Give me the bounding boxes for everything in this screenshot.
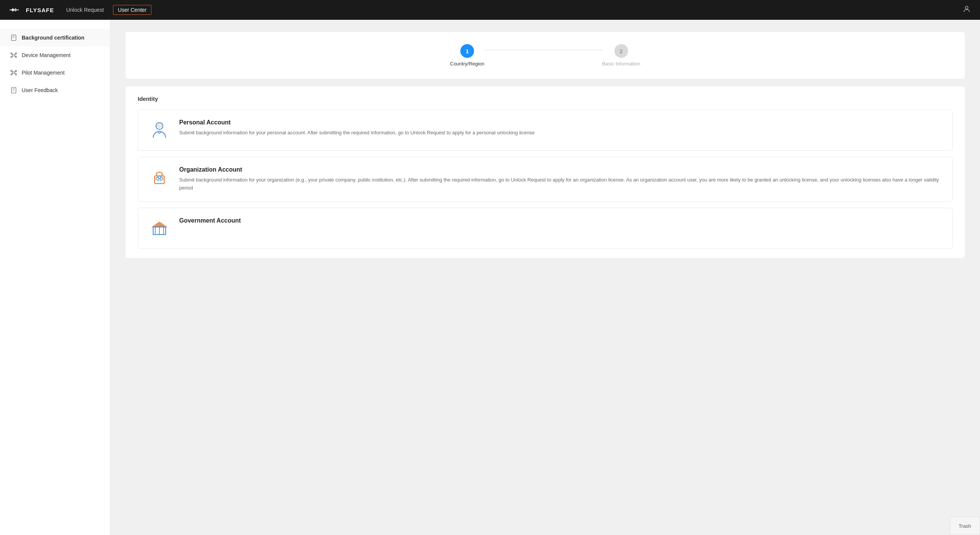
sidebar-label-device: Device Management [22, 52, 70, 58]
svg-point-8 [15, 56, 17, 58]
drone-icon [10, 52, 17, 59]
stepper-container: 1 Country/Region 2 Basic Information [126, 32, 965, 79]
svg-point-29 [159, 180, 160, 181]
user-avatar-icon[interactable] [963, 5, 971, 15]
nav-unlock-request[interactable]: Unlock Request [66, 5, 104, 14]
svg-rect-1 [18, 10, 19, 10]
identity-title: Identity [138, 96, 953, 102]
pilot-icon [10, 69, 17, 76]
svg-line-10 [15, 54, 15, 55]
step-1-label: Country/Region [450, 61, 484, 67]
step-2-circle: 2 [614, 44, 628, 58]
sidebar-label-feedback: User Feedback [22, 87, 58, 93]
personal-account-icon [147, 119, 172, 141]
personal-account-title: Personal Account [179, 119, 943, 126]
trash-label: Trash [959, 523, 971, 529]
feedback-icon [10, 87, 17, 94]
personal-account-desc: Submit background information for your p… [179, 129, 943, 137]
svg-point-14 [11, 70, 12, 72]
organization-account-content: Organization Account Submit background i… [179, 166, 943, 192]
svg-line-9 [12, 54, 13, 55]
sidebar-label-background: Background certification [22, 35, 84, 41]
svg-point-17 [15, 74, 17, 75]
svg-point-15 [15, 70, 17, 72]
svg-point-7 [11, 56, 12, 58]
nav-links: Unlock Request User Center [66, 5, 963, 15]
navbar: FLYSAFE Unlock Request User Center [0, 0, 980, 20]
government-account-title: Government Account [179, 217, 943, 224]
organization-account-icon [147, 166, 172, 188]
stepper: 1 Country/Region 2 Basic Information [450, 44, 640, 67]
personal-account-card[interactable]: Personal Account Submit background infor… [138, 110, 953, 151]
organization-account-card[interactable]: Organization Account Submit background i… [138, 157, 953, 202]
page-wrapper: Background certification Device Manageme… [0, 20, 980, 535]
government-account-content: Government Account [179, 217, 943, 227]
brand-logo[interactable]: FLYSAFE [9, 6, 54, 14]
step-connector [484, 50, 602, 50]
svg-line-12 [15, 56, 15, 56]
svg-marker-32 [153, 222, 166, 227]
step-2: 2 Basic Information [602, 44, 640, 67]
nav-user-center[interactable]: User Center [113, 5, 151, 15]
svg-rect-4 [13, 54, 15, 56]
svg-line-20 [12, 73, 13, 74]
step-2-label: Basic Information [602, 61, 640, 67]
organization-account-desc: Submit background information for your o… [179, 176, 943, 192]
svg-point-31 [161, 180, 161, 181]
personal-account-content: Personal Account Submit background infor… [179, 119, 943, 137]
svg-point-6 [15, 53, 17, 54]
svg-point-2 [965, 6, 968, 9]
svg-rect-13 [13, 72, 15, 74]
svg-point-5 [11, 53, 12, 54]
svg-line-21 [15, 73, 15, 74]
svg-line-19 [15, 72, 15, 72]
svg-point-24 [157, 123, 162, 128]
document-icon [10, 34, 17, 41]
svg-point-16 [11, 74, 12, 75]
sidebar-item-device-management[interactable]: Device Management [0, 46, 110, 64]
brand-name: FLYSAFE [26, 7, 54, 13]
svg-rect-0 [10, 10, 11, 10]
svg-line-11 [12, 56, 13, 56]
main-content: 1 Country/Region 2 Basic Information Ide… [110, 20, 980, 535]
government-account-icon [147, 217, 172, 239]
sidebar-item-user-feedback[interactable]: User Feedback [0, 81, 110, 99]
sidebar-item-background-certification[interactable]: Background certification [0, 29, 110, 46]
trash-button[interactable]: Trash [950, 517, 980, 535]
identity-section: Identity Personal Account [126, 86, 965, 258]
sidebar: Background certification Device Manageme… [0, 20, 110, 535]
step-1: 1 Country/Region [450, 44, 484, 67]
svg-point-30 [158, 180, 158, 181]
sidebar-label-pilot: Pilot Management [22, 70, 65, 76]
government-account-card[interactable]: Government Account [138, 208, 953, 249]
organization-account-title: Organization Account [179, 166, 943, 173]
svg-line-18 [12, 72, 13, 72]
sidebar-item-pilot-management[interactable]: Pilot Management [0, 64, 110, 81]
step-1-circle: 1 [460, 44, 474, 58]
